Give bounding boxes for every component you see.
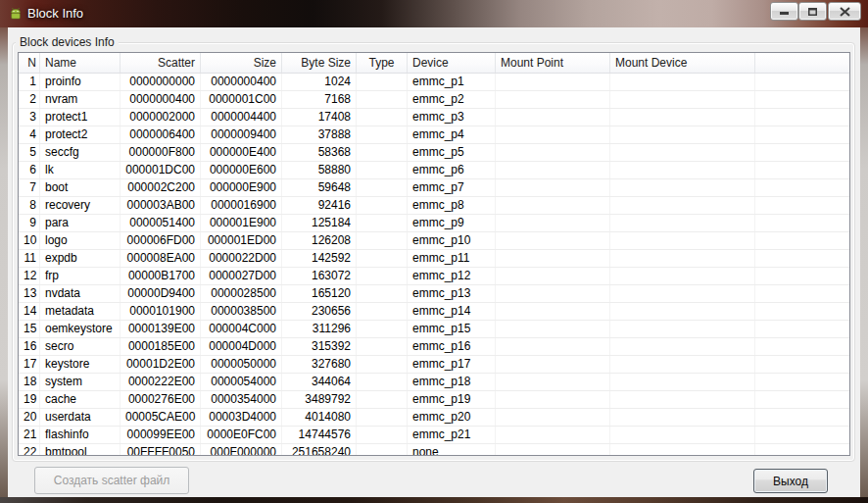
- android-icon: [8, 6, 24, 22]
- cell: 251658240: [282, 444, 357, 456]
- table-row[interactable]: 5seccfg000000F800000000E40058368emmc_p5: [19, 144, 849, 162]
- cell: [610, 285, 755, 302]
- column-header-mount-device[interactable]: Mount Device: [610, 53, 755, 73]
- cell: 344064: [282, 374, 357, 390]
- cell: [357, 74, 408, 90]
- table-row[interactable]: 4protect20000006400000000940037888emmc_p…: [19, 126, 849, 144]
- cell: [496, 91, 610, 108]
- cell: 0000038500: [201, 303, 282, 320]
- cell: [755, 427, 849, 443]
- cell: [496, 109, 610, 126]
- table-row[interactable]: 16secro0000185E00000004D000315392emmc_p1…: [19, 338, 849, 356]
- table-row[interactable]: 20userdata00005CAE0000003D40004014080emm…: [19, 409, 849, 427]
- cell: emmc_p21: [408, 427, 496, 443]
- cell: 92416: [282, 197, 357, 214]
- table-row[interactable]: 3protect10000002000000000440017408emmc_p…: [19, 109, 849, 126]
- table-row[interactable]: 22bmtpool00FFFF0050000F000000251658240no…: [19, 444, 849, 456]
- column-header-scatter[interactable]: Scatter: [121, 53, 201, 73]
- cell: emmc_p5: [408, 144, 496, 161]
- column-header-size[interactable]: Size: [201, 53, 282, 73]
- cell: [755, 197, 849, 214]
- cell: [610, 338, 755, 355]
- cell: 125184: [282, 215, 357, 231]
- cell: emmc_p13: [408, 285, 496, 302]
- cell: [610, 126, 755, 143]
- cell: 000000F800: [121, 144, 201, 161]
- cell: emmc_p7: [408, 179, 496, 196]
- cell: [610, 303, 755, 320]
- table-row[interactable]: 6lk000001DC00000000E60058880emmc_p6: [19, 162, 849, 179]
- column-header-type[interactable]: Type: [357, 53, 408, 73]
- cell: 000004C000: [201, 321, 282, 337]
- column-header-name[interactable]: Name: [40, 53, 121, 73]
- cell: 000099EE00: [121, 427, 201, 443]
- cell: oemkeystore: [40, 321, 121, 337]
- cell: expdb: [40, 250, 121, 267]
- cell: 6: [19, 162, 40, 178]
- cell: 1024: [282, 74, 357, 90]
- column-header-spacer[interactable]: [755, 53, 849, 73]
- table-row[interactable]: 7boot000002C200000000E90059648emmc_p7: [19, 179, 849, 197]
- cell: [357, 338, 408, 355]
- cell: 165120: [282, 285, 357, 302]
- table-row[interactable]: 12frp00000B17000000027D00163072emmc_p12: [19, 268, 849, 285]
- cell: [496, 356, 610, 373]
- column-header-mount-point[interactable]: Mount Point: [496, 53, 610, 73]
- cell: 0000016900: [201, 197, 282, 214]
- column-header-byte-size[interactable]: Byte Size: [282, 53, 357, 73]
- cell: 0000054000: [201, 374, 282, 390]
- table-row[interactable]: 1proinfo000000000000000004001024emmc_p1: [19, 74, 849, 91]
- cell: 0000051400: [121, 215, 201, 231]
- create-scatter-button[interactable]: Создать scatter файл: [34, 467, 189, 494]
- cell: [610, 215, 755, 231]
- table-row[interactable]: 9para0000051400000001E900125184emmc_p9: [19, 215, 849, 232]
- cell: keystore: [40, 356, 121, 373]
- cell: 000001E900: [201, 215, 282, 231]
- cell: 0000027D00: [201, 268, 282, 284]
- table-row[interactable]: 13nvdata00000D94000000028500165120emmc_p…: [19, 285, 849, 303]
- table-row[interactable]: 2nvram00000004000000001C007168emmc_p2: [19, 91, 849, 109]
- cell: lk: [40, 162, 121, 178]
- maximize-button[interactable]: [798, 2, 827, 21]
- cell: 0000000000: [121, 74, 201, 90]
- cell: 13: [19, 285, 40, 302]
- block-devices-table: NNameScatterSizeByte SizeTypeDeviceMount…: [18, 52, 850, 456]
- cell: [755, 374, 849, 390]
- table-row[interactable]: 15oemkeystore0000139E00000004C000311296e…: [19, 321, 849, 338]
- table-row[interactable]: 10logo000006FD00000001ED00126208emmc_p10: [19, 232, 849, 250]
- close-button[interactable]: [828, 2, 861, 21]
- cell: 0000E0FC00: [201, 427, 282, 443]
- table-row[interactable]: 11expdb000008EA000000022D00142592emmc_p1…: [19, 250, 849, 268]
- window-border-bottom: [0, 497, 868, 503]
- table-row[interactable]: 14metadata00001019000000038500230656emmc…: [19, 303, 849, 321]
- cell: 0000022D00: [201, 250, 282, 267]
- exit-button[interactable]: Выход: [753, 469, 828, 493]
- cell: 58880: [282, 162, 357, 178]
- cell: 0000000400: [201, 74, 282, 90]
- cell: [357, 427, 408, 443]
- cell: 14: [19, 303, 40, 320]
- cell: 0000001C00: [201, 91, 282, 108]
- cell: 327680: [282, 356, 357, 373]
- cell: [610, 268, 755, 284]
- column-header-device[interactable]: Device: [408, 53, 496, 73]
- table-row[interactable]: 8recovery000003AB00000001690092416emmc_p…: [19, 197, 849, 215]
- cell: 59648: [282, 179, 357, 196]
- cell: 9: [19, 215, 40, 231]
- window-title: Block Info: [27, 6, 83, 21]
- minimize-button[interactable]: [770, 2, 798, 21]
- table-row[interactable]: 17keystore00001D2E000000050000327680emmc…: [19, 356, 849, 374]
- cell: [357, 232, 408, 249]
- table-row[interactable]: 21flashinfo000099EE000000E0FC0014744576e…: [19, 427, 849, 444]
- cell: 0000009400: [201, 126, 282, 143]
- cell: 17408: [282, 109, 357, 126]
- table-row[interactable]: 19cache0000276E0000003540003489792emmc_p…: [19, 391, 849, 409]
- cell: emmc_p11: [408, 250, 496, 267]
- column-header-n[interactable]: N: [19, 53, 40, 73]
- cell: [755, 356, 849, 373]
- table-row[interactable]: 18system0000222E000000054000344064emmc_p…: [19, 374, 849, 391]
- cell: 19: [19, 391, 40, 408]
- cell: 12: [19, 268, 40, 284]
- title-bar[interactable]: Block Info: [0, 0, 868, 27]
- cell: boot: [40, 179, 121, 196]
